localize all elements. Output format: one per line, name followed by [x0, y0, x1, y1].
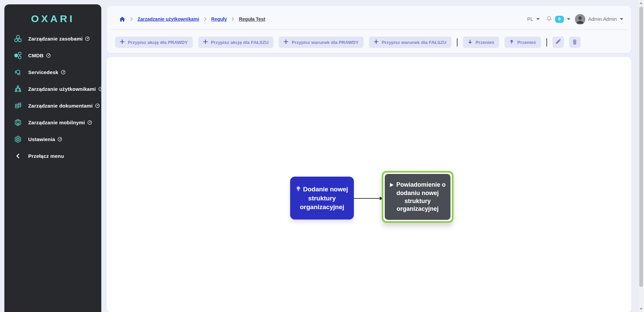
toolbar-divider	[457, 38, 458, 47]
sidebar-item-label: Ustawienia	[28, 136, 55, 142]
gauge-icon	[85, 36, 90, 41]
sidebar-menu: Zarządzanie zasobami CMDB	[4, 30, 101, 164]
chevron-down-icon	[620, 18, 623, 20]
button-label: Przenieś	[517, 40, 536, 45]
flow-node-label: Powiadomienie o dodaniu nowej struktury …	[396, 181, 445, 212]
move-up-button[interactable]: Przenieś	[504, 37, 541, 48]
move-down-button[interactable]: Przenieś	[463, 37, 499, 48]
sidebar-item-label: Zarządzanie mobilnymi	[28, 120, 85, 125]
flow-node-label: Dodanie nowej struktury organizacyjnej	[300, 186, 348, 210]
assign-condition-true-button[interactable]: Przypisz warunek dla PRAWDY	[279, 37, 364, 48]
assign-condition-false-button[interactable]: Przypisz warunek dla FAŁSZU	[369, 37, 451, 48]
rule-toolbar: Przypisz akcję dla PRAWDY Przypisz akcję…	[115, 37, 581, 48]
gauge-icon	[57, 137, 62, 142]
notifications-dropdown[interactable]: 0	[546, 15, 570, 23]
org-users-icon	[14, 85, 22, 93]
sidebar-item-zarzadzanie-mobilnymi[interactable]: Zarządzanie mobilnymi	[4, 114, 101, 131]
chevron-right-icon	[130, 17, 133, 21]
cmdb-hexagons-icon	[14, 51, 22, 60]
gauge-icon	[95, 103, 100, 108]
chevron-down-icon	[567, 18, 570, 20]
hexagon-cluster-icon	[14, 35, 22, 43]
edit-rule-button[interactable]	[552, 37, 564, 48]
breadcrumb-current-rule-test[interactable]: Reguła Test	[239, 16, 265, 22]
home-icon[interactable]	[119, 16, 125, 22]
settings-gear-icon	[14, 135, 22, 143]
scrollbar-thumb[interactable]	[639, 7, 643, 287]
breadcrumb-link-rules[interactable]: Reguły	[211, 16, 227, 22]
plus-icon	[374, 40, 378, 45]
servicedesk-icon	[14, 68, 22, 76]
language-selector[interactable]: PL	[527, 16, 540, 22]
delete-rule-button[interactable]	[569, 37, 581, 48]
vertical-scrollbar[interactable]	[638, 0, 644, 312]
toolbar-divider	[546, 38, 547, 47]
button-label: Przypisz warunek dla PRAWDY	[291, 40, 359, 45]
breadcrumb-link-users[interactable]: Zarządzanie użytkownikami	[138, 16, 199, 22]
pencil-icon	[555, 39, 561, 46]
arrow-down-icon	[468, 40, 472, 45]
sidebar-toggle-menu[interactable]: Przełącz menu	[4, 147, 101, 164]
flow-node-action-selected[interactable]: Powiadomienie o dodaniu nowej struktury …	[382, 171, 453, 223]
gauge-icon	[87, 120, 92, 125]
trash-icon	[572, 39, 578, 46]
breadcrumb: Zarządzanie użytkownikami Reguły Reguła …	[119, 9, 265, 29]
gauge-icon	[98, 86, 103, 91]
sidebar-item-label: CMDB	[28, 53, 44, 58]
user-menu[interactable]: Admin Admin	[575, 14, 623, 24]
sidebar-item-cmdb[interactable]: CMDB	[4, 47, 101, 64]
sidebar-item-zarzadzanie-zasobami[interactable]: Zarządzanie zasobami	[4, 30, 101, 47]
sidebar-item-label: Servicedesk	[28, 69, 58, 75]
bell-icon	[546, 15, 552, 23]
sidebar-toggle-label: Przełącz menu	[28, 153, 64, 159]
notification-count-badge: 0	[555, 16, 564, 23]
play-icon	[389, 182, 394, 189]
sidebar-item-zarzadzanie-dokumentami[interactable]: Zarządzanie dokumentami	[4, 97, 101, 114]
gauge-icon	[61, 70, 66, 75]
user-name: Admin Admin	[588, 16, 617, 22]
flow-node-action-body: Powiadomienie o dodaniu nowej struktury …	[385, 174, 450, 220]
topbar-controls: PL 0 Admin Admin	[527, 9, 623, 29]
plus-icon	[203, 40, 208, 45]
flow-node-trigger[interactable]: Dodanie nowej struktury organizacyjnej	[290, 177, 354, 220]
button-label: Przenieś	[476, 40, 494, 45]
chevron-right-icon	[204, 17, 207, 21]
arrow-up-icon	[509, 40, 514, 45]
language-label: PL	[527, 16, 533, 22]
oxari-logo[interactable]: OXARI	[4, 13, 101, 24]
sidebar-item-label: Zarządzanie dokumentami	[28, 103, 93, 109]
scroll-down-arrow-icon[interactable]	[640, 308, 642, 310]
gauge-icon	[46, 53, 51, 58]
sidebar-item-ustawienia[interactable]: Ustawienia	[4, 131, 101, 147]
sidebar: OXARI Zarządzanie zasobami	[4, 4, 101, 312]
header-card: Zarządzanie użytkownikami Reguły Reguła …	[107, 6, 631, 53]
sidebar-item-zarzadzanie-uzytkownikami[interactable]: Zarządzanie użytkownikami	[4, 80, 101, 97]
button-label: Przypisz warunek dla FAŁSZU	[382, 40, 446, 45]
chevron-left-icon	[14, 152, 22, 160]
header-divider	[111, 29, 627, 30]
documents-icon	[14, 102, 22, 110]
lightbulb-icon	[296, 186, 301, 194]
mobile-device-icon	[14, 118, 22, 127]
assign-action-true-button[interactable]: Przypisz akcję dla PRAWDY	[115, 37, 193, 48]
chevron-right-icon	[231, 17, 234, 21]
chevron-down-icon	[536, 18, 540, 20]
button-label: Przypisz akcję dla PRAWDY	[128, 40, 188, 45]
assign-action-false-button[interactable]: Przypisz akcję dla FAŁSZU	[198, 37, 274, 48]
plus-icon	[120, 40, 124, 45]
avatar	[575, 14, 585, 24]
button-label: Przypisz akcję dla FAŁSZU	[211, 40, 269, 45]
sidebar-item-label: Zarządzanie użytkownikami	[28, 86, 96, 92]
sidebar-item-servicedesk[interactable]: Servicedesk	[4, 64, 101, 80]
sidebar-item-label: Zarządzanie zasobami	[28, 36, 83, 42]
rule-flow-canvas[interactable]	[107, 57, 631, 312]
plus-icon	[284, 40, 288, 45]
scroll-up-arrow-icon[interactable]	[640, 2, 642, 4]
